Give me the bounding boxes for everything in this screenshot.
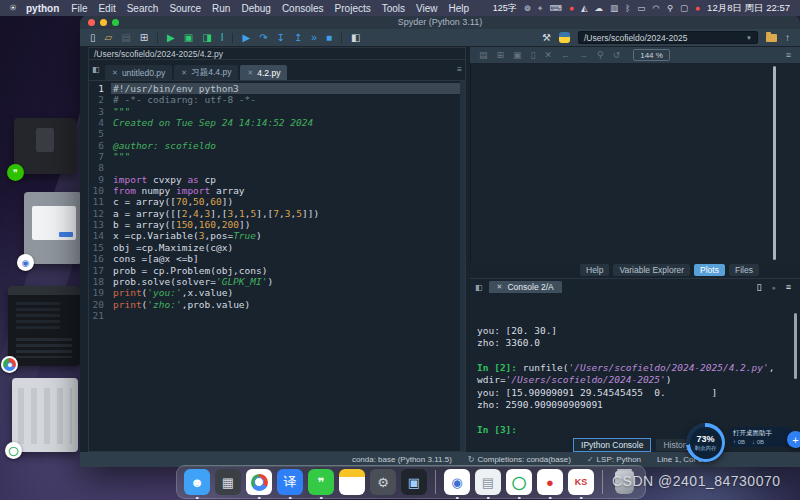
tab-plots[interactable]: Plots [694,264,725,276]
save-icon[interactable]: ▤ [121,33,130,43]
run-cell-advance-icon[interactable]: ◨ [202,33,211,43]
plots-zoom-level[interactable]: 144 % [633,49,670,61]
stop-icon[interactable]: ■ [326,33,332,43]
search-icon[interactable]: ⚲ [667,3,673,14]
dock-icon-launchpad[interactable]: ▦ [215,469,241,495]
minimized-window-grid[interactable]: ◯ [12,378,78,452]
save-all-plots-icon[interactable]: ⊞ [497,50,505,60]
menu-item-tools[interactable]: Tools [382,3,405,14]
menu-item-search[interactable]: Search [127,3,159,14]
pane-options-icon[interactable]: ◧ [92,65,100,74]
interrupt-kernel-icon[interactable]: ▯ [757,282,762,292]
lsp-status[interactable]: ✓LSP: Python [587,455,641,464]
menu-item-run[interactable]: Run [212,3,230,14]
apple-menu-icon[interactable]: ⍟ [10,2,16,14]
menu-item-view[interactable]: View [416,3,438,14]
remove-all-plots-icon[interactable]: ✕ [545,50,553,60]
parent-directory-icon[interactable]: ↑ [785,33,790,43]
minimized-window-wechat[interactable]: ❞ [14,118,76,174]
completions-status[interactable]: ↻Completions: conda(base) [468,455,571,464]
shapes-icon[interactable]: ◭ [581,3,588,14]
ipython-console[interactable]: you: [20. 30.]zho: 3360.0 In [2]: runfil… [470,295,800,437]
working-directory-select[interactable]: /Users/scofieldo/2024-2025 ▼ [578,31,758,44]
editor-scrollbar[interactable] [460,81,465,451]
screen-record-icon[interactable]: ● [695,3,700,14]
copy-plot-icon[interactable]: ▣ [513,50,522,60]
step-out-icon[interactable]: ↥ [294,33,302,43]
dock-icon-app-ks[interactable]: KS [568,469,594,495]
dock-icon-meeting[interactable]: ▣ [401,469,427,495]
mic-icon[interactable]: ⌖ [538,3,543,14]
next-plot-icon[interactable]: → [579,50,588,60]
save-plot-icon[interactable]: ▤ [479,50,488,60]
dock-icon-settings[interactable]: ⚙ [370,469,396,495]
code-editor[interactable]: 1#!/usr/bin/env python32# -*- codiarng: … [88,80,466,452]
preferences-wrench-icon[interactable]: ⚒ [542,33,551,43]
dock-icon-wechat[interactable]: ❞ [308,469,334,495]
menu-item-source[interactable]: Source [169,3,201,14]
close-tab-icon[interactable]: ✕ [247,69,253,77]
editor-tab-习题4.4.py[interactable]: ✕习题4.4.py [174,65,238,80]
console-scrollbar[interactable] [794,313,797,379]
keyboard-icon[interactable]: ⌨ [550,3,562,14]
menu-item-debug[interactable]: Debug [241,3,270,14]
debug-icon[interactable]: ▶ [242,33,250,43]
remove-plot-icon[interactable]: ▯ [531,50,536,60]
memory-monitor-widget[interactable]: 73% 剩余内存 打开桌面助手 ↑ 0B ↓ 0B + [686,423,800,462]
battery-icon[interactable]: ▭ [637,3,645,14]
dock-icon-app-photos[interactable]: ▤ [475,469,501,495]
tab-menu-icon[interactable]: ≡ [457,65,462,74]
record-icon[interactable]: ● [569,3,574,14]
tab-ipython-console[interactable]: IPython Console [573,438,651,452]
dock-icon-app-apple[interactable]: ● [537,469,563,495]
plots-scrollbar[interactable] [773,66,776,260]
previous-plot-icon[interactable]: ← [561,50,570,60]
new-file-icon[interactable]: ▯ [90,33,96,43]
breadcrumb[interactable]: /Users/scofieldo/2024-2025/4.2.py [88,47,466,60]
editor-tab-untitled0.py[interactable]: ✕untitled0.py [105,65,172,80]
dock-icon-app-ring[interactable]: ◯ [506,469,532,495]
wifi-icon[interactable]: ◠ [652,3,659,14]
save-all-icon[interactable]: ⊞ [140,33,148,43]
menu-item-file[interactable]: File [71,3,87,14]
console-pane-options-icon[interactable]: ◧ [475,283,483,292]
browse-directory-icon[interactable] [766,34,777,42]
menu-item-consoles[interactable]: Consoles [282,3,324,14]
close-console-icon[interactable]: ✕ [497,283,503,291]
plots-menu-icon[interactable]: ≡ [786,50,791,60]
conda-env-status[interactable]: conda: base (Python 3.11.5) [352,455,452,464]
editor-tab-4.2.py[interactable]: ✕4.2.py [240,65,287,80]
step-into-icon[interactable]: ↧ [277,33,285,43]
menu-clock[interactable]: 12月8日 周日 22:57 [707,2,790,15]
menu-item-edit[interactable]: Edit [98,3,115,14]
input-method-label[interactable]: 125字 [493,2,517,15]
dock-icon-app-circles[interactable]: ◉ [444,469,470,495]
bluetooth-icon[interactable]: ᛒ [625,3,630,14]
minimized-window-dialog[interactable]: ◉ [24,192,82,264]
assistant-card[interactable]: 打开桌面助手 ↑ 0B ↓ 0B [729,427,793,447]
run-selection-icon[interactable]: I [221,33,224,43]
dock-icon-notes[interactable] [339,469,365,495]
weather-icon[interactable]: ☁ [595,3,604,14]
open-file-icon[interactable]: ▱ [105,33,113,43]
active-app-name[interactable]: python [26,3,59,14]
menu-item-projects[interactable]: Projects [335,3,371,14]
zoom-out-icon[interactable]: ↺ [613,50,621,60]
assistant-icon[interactable]: ⊚ [524,3,531,14]
python-env-icon[interactable] [559,32,570,43]
menu-item-help[interactable]: Help [449,3,470,14]
dock-icon-translate[interactable]: 译 [277,469,303,495]
console-menu-icon[interactable]: ≡ [786,282,791,292]
run-cell-icon[interactable]: ▣ [184,33,193,43]
tab-help[interactable]: Help [580,264,609,276]
dock-icon-finder[interactable]: ☻ [184,469,210,495]
assistant-plus-button[interactable]: + [787,431,800,448]
continue-icon[interactable]: » [311,33,317,43]
close-tab-icon[interactable]: ✕ [181,69,187,77]
layout-icon[interactable]: ◧ [351,33,360,43]
minimized-window-browser[interactable] [8,286,80,366]
tab-files[interactable]: Files [729,264,759,276]
display-icon[interactable]: ▢ [680,3,688,14]
run-icon[interactable]: ▶ [167,33,175,43]
stats-icon[interactable]: ▥ [610,3,618,14]
